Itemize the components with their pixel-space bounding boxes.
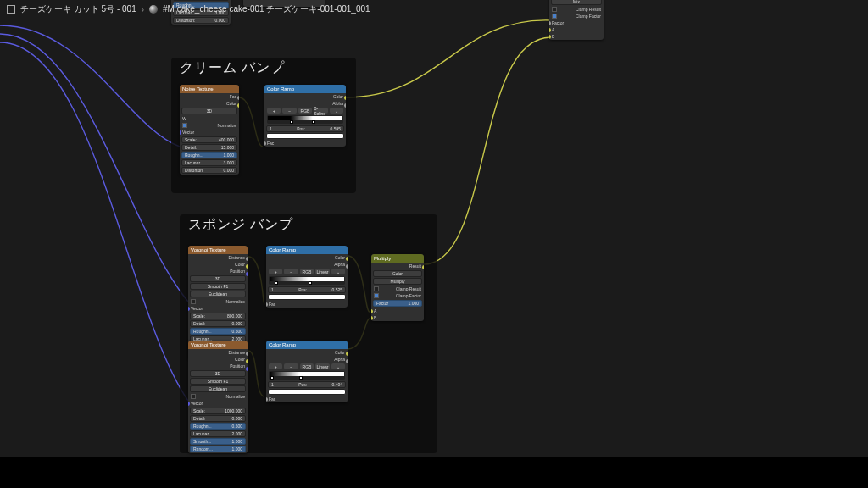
ramp2-header[interactable]: Color Ramp — [266, 246, 348, 254]
voronoi2-metric[interactable]: Euclidean — [190, 385, 246, 392]
voronoi1-out-dist: Distance — [188, 254, 248, 261]
mix-clamp-result[interactable]: Clamp Result — [549, 6, 604, 13]
voronoi2-out-pos: Position — [188, 363, 248, 369]
multiply-clamp-factor[interactable]: Clamp Factor — [371, 292, 424, 299]
noise-normalize[interactable]: Normalize — [180, 122, 239, 129]
ramp2-pos[interactable]: 1Pos:0.525 — [268, 286, 346, 293]
voronoi1-metric[interactable]: Euclidean — [190, 291, 246, 297]
ramp2-fac: Fac — [266, 301, 348, 308]
mix-factor: Factor — [549, 19, 604, 26]
voronoi2-dim[interactable]: 3D — [190, 370, 246, 377]
noise-vector: Vector — [180, 129, 239, 136]
voronoi1-rough[interactable]: Roughn...0.500 — [190, 328, 246, 335]
voronoi2-out-color: Color — [188, 356, 248, 363]
noise-dim[interactable]: 3D — [181, 108, 237, 114]
ramp3-mode-rgb[interactable]: RGB — [300, 363, 314, 369]
multiply-factor[interactable]: Factor1.000 — [373, 300, 422, 307]
voronoi1-scale[interactable]: Scale:800.000 — [190, 313, 246, 319]
voronoi1-dim[interactable]: 3D — [190, 275, 246, 282]
ramp1-header[interactable]: Color Ramp — [264, 85, 346, 93]
ramp1-mode-rgb[interactable]: RGB — [298, 108, 312, 114]
ramp3-del-stop[interactable]: − — [284, 363, 298, 369]
voronoi2-normalize[interactable]: Normalize — [188, 393, 248, 400]
voronoi2-smooth[interactable]: Smooth...1.000 — [190, 438, 246, 445]
voronoi2-feature[interactable]: Smooth F1 — [190, 378, 246, 385]
ramp1-add-stop[interactable]: + — [267, 108, 281, 114]
voronoi2-vector: Vector — [188, 400, 248, 407]
breadcrumb-object[interactable]: チーズケーキ カット 5号 - 001 — [20, 3, 136, 15]
voronoi2-random[interactable]: Random...1.000 — [190, 446, 246, 452]
ramp3-out-alpha: Alpha — [266, 356, 348, 363]
ramp1-gradient[interactable] — [267, 115, 343, 124]
node-voronoi-2[interactable]: Voronoi Texture Distance Color Position … — [188, 341, 248, 453]
ramp3-gradient[interactable] — [269, 371, 345, 380]
noise-out-color: Color — [180, 100, 239, 107]
breadcrumb[interactable]: チーズケーキ カット 5号 - 001 › #M cake_cheese cak… — [7, 3, 370, 15]
voronoi2-header[interactable]: Voronoi Texture — [188, 341, 248, 349]
voronoi1-normalize[interactable]: Normalize — [188, 298, 248, 305]
multiply-clamp-result[interactable]: Clamp Result — [371, 286, 424, 292]
ramp2-del-stop[interactable]: − — [284, 269, 298, 274]
voronoi2-lac[interactable]: Lacunar...2.000 — [190, 430, 246, 437]
voronoi2-scale[interactable]: Scale:1000.000 — [190, 408, 246, 414]
node-editor-canvas[interactable]: Detail:15.000 Roughn... Lacunar...3.000 … — [0, 0, 868, 488]
ramp1-pos[interactable]: 1Pos:0.595 — [266, 125, 344, 132]
ramp3-add-stop[interactable]: + — [269, 363, 282, 369]
noise-scale[interactable]: Scale:400.000 — [181, 136, 237, 143]
mix-a: A — [549, 26, 604, 33]
chevron-right-icon: › — [142, 5, 144, 14]
voronoi2-out-dist: Distance — [188, 349, 248, 356]
ramp2-gradient[interactable] — [269, 276, 345, 285]
ramp2-interp[interactable]: Linear — [315, 269, 329, 274]
noise-distortion[interactable]: Distortion:0.000 — [181, 167, 237, 174]
multiply-blend[interactable]: Multiply — [373, 278, 422, 285]
multiply-type[interactable]: Color — [373, 270, 422, 277]
field-distortion[interactable]: Distortion:0.000 — [173, 17, 229, 24]
voronoi1-out-color: Color — [188, 261, 248, 268]
ramp2-out-alpha: Alpha — [266, 261, 348, 268]
ramp1-menu[interactable]: ⌄ — [330, 108, 343, 114]
ramp3-menu[interactable]: ⌄ — [331, 363, 345, 369]
noise-header[interactable]: Noise Texture — [180, 85, 239, 93]
voronoi1-header[interactable]: Voronoi Texture — [188, 246, 248, 254]
ramp2-add-stop[interactable]: + — [269, 269, 282, 274]
ramp3-interp[interactable]: Linear — [315, 363, 329, 369]
ramp2-out-color: Color — [266, 254, 348, 261]
ramp1-out-color: Color — [264, 93, 346, 100]
field-detail[interactable]: Detail:15.000 — [173, 0, 229, 1]
object-icon — [7, 5, 15, 14]
mix-clamp-factor[interactable]: Clamp Factor — [549, 13, 604, 19]
noise-lacunarity[interactable]: Lacunar...3.000 — [181, 159, 237, 166]
noise-roughness[interactable]: Roughn...1.000 — [181, 152, 237, 158]
ramp3-header[interactable]: Color Ramp — [266, 341, 348, 349]
multiply-b: B — [371, 314, 424, 321]
noise-detail[interactable]: Detail:15.000 — [181, 144, 237, 151]
mix-blend[interactable]: Mix — [551, 0, 602, 5]
node-multiply[interactable]: Multiply Result Color Multiply Clamp Res… — [371, 254, 424, 321]
bottom-letterbox — [0, 458, 868, 488]
node-noise-texture[interactable]: Noise Texture Fac Color 3D W Normalize V… — [180, 85, 239, 175]
ramp3-pos[interactable]: 1Pos:0.404 — [268, 381, 346, 388]
voronoi2-detail[interactable]: Detail:0.000 — [190, 415, 246, 422]
node-color-ramp-3[interactable]: Color Ramp Color Alpha + − RGB Linear ⌄ … — [266, 341, 348, 402]
ramp3-color-swatch[interactable] — [268, 389, 346, 395]
voronoi1-detail[interactable]: Detail:0.000 — [190, 320, 246, 327]
voronoi1-feature[interactable]: Smooth F1 — [190, 283, 246, 290]
ramp3-fac: Fac — [266, 396, 348, 402]
voronoi1-vector: Vector — [188, 305, 248, 312]
ramp2-menu[interactable]: ⌄ — [331, 269, 345, 274]
ramp2-mode-rgb[interactable]: RGB — [300, 269, 314, 274]
node-color-ramp-1[interactable]: Color Ramp Color Alpha + − RGB B-Spline … — [264, 85, 346, 147]
ramp1-color-swatch[interactable] — [266, 133, 344, 139]
voronoi1-out-pos: Position — [188, 268, 248, 274]
ramp2-color-swatch[interactable] — [268, 294, 346, 300]
ramp3-out-color: Color — [266, 349, 348, 356]
ramp1-fac: Fac — [264, 140, 346, 147]
breadcrumb-material[interactable]: #M cake_cheese cake-001 チーズケーキ-001-001_0… — [163, 3, 370, 15]
node-color-ramp-2[interactable]: Color Ramp Color Alpha + − RGB Linear ⌄ … — [266, 246, 348, 308]
ramp1-del-stop[interactable]: − — [282, 108, 296, 114]
node-mix-top[interactable]: Color Mix Clamp Result Clamp Factor Fact… — [549, 0, 604, 40]
multiply-header[interactable]: Multiply — [371, 254, 424, 263]
voronoi2-rough[interactable]: Roughn...0.500 — [190, 423, 246, 430]
ramp1-interp[interactable]: B-Spline — [314, 108, 327, 114]
